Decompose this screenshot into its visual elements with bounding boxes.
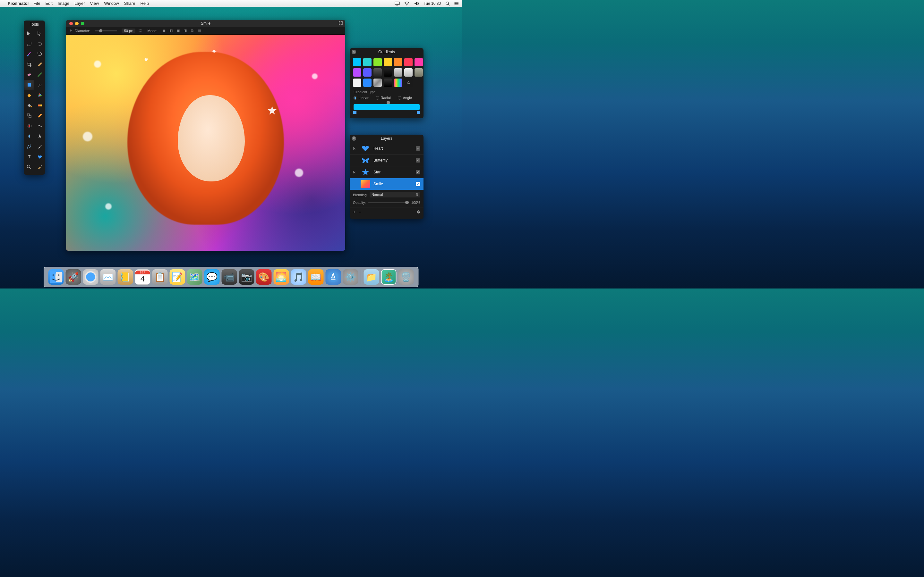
gradient-swatch[interactable] [415, 58, 423, 66]
selection-arrow-tool[interactable] [34, 29, 45, 39]
red-eye-tool[interactable] [24, 121, 34, 131]
gradient-swatch[interactable] [363, 68, 372, 77]
dock-itunes[interactable]: 🎵 [291, 269, 306, 285]
dock-launchpad[interactable]: 🚀 [66, 269, 81, 285]
menu-share[interactable]: Share [124, 1, 136, 6]
layer-visibility-checkbox[interactable]: ✓ [416, 182, 420, 186]
fullscreen-button[interactable] [339, 21, 342, 25]
window-titlebar[interactable]: Smile [66, 20, 345, 27]
layer-visibility-checkbox[interactable]: ✓ [416, 158, 420, 163]
gradient-swatch[interactable] [384, 68, 392, 77]
add-layer-button[interactable]: + [353, 210, 355, 214]
color-pencil-tool[interactable] [34, 111, 45, 121]
gradient-type-radial[interactable]: Radial [376, 96, 391, 100]
brush-tool[interactable] [24, 49, 34, 59]
app-menu[interactable]: Pixelmator [8, 1, 29, 6]
menu-help[interactable]: Help [140, 1, 149, 6]
sharpen-tool[interactable] [34, 131, 45, 141]
layer-visibility-checkbox[interactable]: ✓ [416, 170, 420, 174]
mode-option-4[interactable]: ◨ [183, 29, 187, 33]
mode-option-6[interactable]: ▤ [197, 29, 202, 33]
color-picker-tool[interactable] [34, 162, 45, 172]
gradient-swatch[interactable] [394, 79, 402, 87]
dock-messages[interactable]: 💬 [204, 269, 220, 285]
airplay-icon[interactable] [395, 2, 400, 5]
gradient-swatch[interactable] [353, 68, 361, 77]
dock-appstore[interactable] [326, 269, 341, 285]
color-burst-tool[interactable] [34, 90, 45, 100]
dock-documents-folder[interactable]: 📁 [364, 269, 379, 285]
dock-sysprefs[interactable]: ⚙️ [343, 269, 359, 285]
menu-layer[interactable]: Layer [74, 1, 85, 6]
gradient-swatch[interactable] [363, 58, 372, 66]
blur-tool[interactable] [24, 131, 34, 141]
settings-gear-icon[interactable]: ✲ [69, 29, 72, 33]
dock-photobooth[interactable]: 📷 [239, 269, 254, 285]
layer-visibility-checkbox[interactable]: ✓ [416, 146, 420, 151]
mode-option-3[interactable]: ▣ [176, 29, 180, 33]
gradient-stop-right[interactable] [417, 111, 420, 114]
eyedropper-tool[interactable] [34, 141, 45, 152]
dock-safari[interactable] [83, 269, 99, 285]
ellipse-select-tool[interactable] [34, 39, 45, 49]
gradient-type-angle[interactable]: Angle [398, 96, 412, 100]
canvas-viewport[interactable]: ★ ♥ ✦ [66, 35, 345, 251]
notification-center-icon[interactable] [454, 2, 459, 5]
gradient-swatch[interactable] [363, 79, 372, 87]
menubar-clock[interactable]: Tue 10:30 [423, 1, 441, 6]
volume-icon[interactable] [414, 2, 419, 5]
heart-shape-tool[interactable] [34, 152, 45, 162]
menu-window[interactable]: Window [104, 1, 119, 6]
menu-file[interactable]: File [33, 1, 40, 6]
dock-pixelmator[interactable]: 🎨 [256, 269, 272, 285]
line-tool[interactable] [34, 69, 45, 80]
spotlight-icon[interactable] [445, 1, 450, 6]
shape-tool[interactable] [24, 80, 34, 90]
layer-row-star[interactable]: fx Star ✓ [350, 166, 423, 178]
gradient-stop-left[interactable] [353, 111, 357, 114]
gradient-swatch[interactable] [373, 68, 382, 77]
mode-option-1[interactable]: ◼ [162, 29, 166, 33]
mode-option-5[interactable]: ⧉ [190, 29, 194, 33]
mode-option-2[interactable]: ◧ [169, 29, 173, 33]
gradient-swatch[interactable] [384, 79, 392, 87]
menu-image[interactable]: Image [58, 1, 69, 6]
dock-ibooks[interactable]: 📖 [309, 269, 324, 285]
pencil-tool[interactable] [34, 59, 45, 69]
diameter-stepper[interactable]: ▲▼ [139, 29, 142, 32]
zoom-tool[interactable] [24, 162, 34, 172]
gradient-swatch[interactable] [373, 79, 382, 87]
warp-tool[interactable] [34, 121, 45, 131]
menu-edit[interactable]: Edit [45, 1, 52, 6]
move-tool[interactable] [24, 29, 34, 39]
dock-iphoto[interactable]: 🌅 [274, 269, 289, 285]
layer-row-smile[interactable]: Smile ✓ [350, 178, 423, 190]
diameter-slider[interactable] [95, 30, 117, 31]
dock-calendar[interactable]: SEP4 [135, 269, 150, 285]
gradient-preview-bar[interactable] [354, 104, 420, 110]
dock-trash[interactable]: 🗑️ [399, 269, 414, 285]
layer-row-butterfly[interactable]: Butterfly ✓ [350, 155, 423, 166]
layer-row-heart[interactable]: fx Heart ✓ [350, 143, 423, 155]
eraser-tool[interactable] [24, 69, 34, 80]
dock-notes[interactable]: 📝 [170, 269, 185, 285]
gradient-tool[interactable] [34, 100, 45, 111]
layer-options-menu[interactable]: ✲ [417, 210, 420, 214]
gradient-swatch[interactable] [404, 68, 413, 77]
text-tool[interactable]: T [24, 152, 34, 162]
gradient-swatch[interactable] [353, 79, 361, 87]
blending-mode-select[interactable]: Normal ⇅ [370, 192, 420, 197]
remove-layer-button[interactable]: − [359, 210, 361, 214]
lasso-tool[interactable] [34, 49, 45, 59]
dock-finder[interactable] [48, 269, 64, 285]
dock-mail[interactable]: ✉️ [100, 269, 116, 285]
gradient-swatch[interactable] [353, 58, 361, 66]
gradient-swatch[interactable] [394, 68, 402, 77]
gradient-swatch[interactable] [415, 68, 423, 77]
dock-contacts[interactable]: 📒 [118, 269, 133, 285]
diameter-value[interactable]: 50 px [121, 29, 136, 33]
gradient-swatch[interactable] [394, 58, 402, 66]
dock-facetime[interactable]: 📹 [222, 269, 237, 285]
gradient-swatch[interactable] [404, 58, 413, 66]
dock-photo-stack[interactable]: 🏝️ [381, 269, 397, 285]
